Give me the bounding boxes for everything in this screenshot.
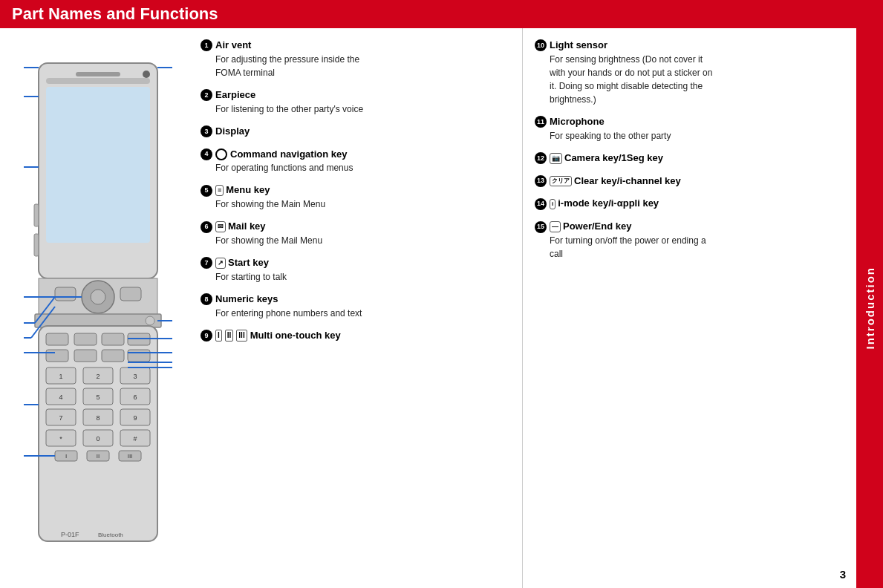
camera-icon: 📷 [550,153,562,164]
item-1-title: 1 Air vent [201,39,510,53]
nav-circle-icon [215,148,227,160]
item-14: 14 i i-mode key/i-αppli key [535,197,844,211]
item-9-title: 9 I II III Multi one-touch key [201,329,510,343]
svg-text:Bluetooth: Bluetooth [98,532,123,538]
item-1-body: For adjusting the pressure inside theFOM… [215,53,510,79]
item-3-num: 3 [201,125,212,137]
item-6: 6 ✉ Mail key For showing the Mail Menu [201,220,510,247]
item-13: 13 クリア Clear key/i-channel key [535,174,844,189]
item-8-body: For entering phone numbers and text [215,307,510,320]
item-5: 5 ≡ Menu key For showing the Main Menu [201,183,510,211]
mail-icon: ✉ [215,221,226,232]
item-8: 8 Numeric keys For entering phone number… [201,293,510,320]
item-11-title: 11 Microphone [535,115,844,129]
phone-area: 1 2 3 4 5 6 7 8 9 * 0 # [0,28,193,588]
item-14-title: 14 i i-mode key/i-αppli key [535,197,844,211]
item-15-title: 15 — Power/End key [535,220,844,234]
item-7-title: 7 ↗ Start key [201,256,510,270]
item-7: 7 ↗ Start key For starting to talk [201,256,510,284]
svg-rect-20 [128,350,150,362]
svg-rect-17 [46,350,68,362]
svg-rect-19 [102,350,124,362]
item-7-body: For starting to talk [215,270,510,284]
svg-rect-53 [34,204,39,226]
item-1-num: 1 [201,39,212,51]
svg-text:7: 7 [59,414,62,422]
descriptions-right: 10 Light sensor For sensing brightness (… [523,28,856,588]
descriptions-left: 1 Air vent For adjusting the pressure in… [193,28,523,588]
svg-point-3 [143,71,150,78]
page-number: 3 [840,568,846,581]
item-10-title: 10 Light sensor [535,39,844,53]
item-2-body: For listening to the other party's voice [215,102,510,116]
svg-text:5: 5 [96,393,100,401]
item-12: 12 📷 Camera key/1Seg key [535,151,844,166]
item-15-num: 15 [535,221,547,233]
item-3-title: 3 Display [201,125,510,139]
item-13-num: 13 [535,175,547,187]
svg-text:#: # [133,435,137,442]
item-10: 10 Light sensor For sensing brightness (… [535,39,844,106]
multi-III-icon: III [236,330,247,342]
svg-rect-18 [74,350,97,362]
start-icon: ↗ [215,258,226,269]
svg-rect-8 [55,287,76,301]
item-4-num: 4 [201,148,212,160]
item-4: 4 Command navigation key For operating f… [201,148,510,175]
item-8-num: 8 [201,293,212,305]
item-9: 9 I II III Multi one-touch key [201,329,510,343]
item-15: 15 — Power/End key For turning on/off th… [535,220,844,261]
svg-rect-2 [76,72,120,76]
item-10-body: For sensing brightness (Do not cover itw… [550,53,844,106]
item-2: 2 Earpiece For listening to the other pa… [201,88,510,116]
svg-point-7 [91,290,105,304]
svg-text:*: * [59,435,62,442]
svg-rect-54 [34,234,39,256]
svg-text:II: II [97,453,100,460]
imode-icon: i [550,199,555,209]
svg-rect-15 [102,333,124,345]
svg-point-11 [146,316,154,325]
svg-rect-13 [46,333,68,345]
main-content: 1 2 3 4 5 6 7 8 9 * 0 # [0,28,883,588]
multi-II-icon: II [225,330,234,342]
item-11-body: For speaking to the other party [550,129,844,143]
item-6-num: 6 [201,221,212,233]
item-1: 1 Air vent For adjusting the pressure in… [201,39,510,79]
item-5-num: 5 [201,185,212,197]
phone-diagram: 1 2 3 4 5 6 7 8 9 * 0 # [24,56,172,561]
item-12-title: 12 📷 Camera key/1Seg key [535,151,844,166]
svg-text:3: 3 [133,373,137,380]
svg-text:2: 2 [96,373,100,380]
item-7-num: 7 [201,257,212,269]
svg-text:0: 0 [96,435,100,442]
item-8-title: 8 Numeric keys [201,293,510,307]
item-6-body: For showing the Mail Menu [215,234,510,247]
svg-text:III: III [128,453,133,460]
item-6-title: 6 ✉ Mail key [201,220,510,234]
item-2-num: 2 [201,89,212,101]
header-title: Part Names and Functions [12,4,218,23]
item-2-title: 2 Earpiece [201,88,510,102]
item-10-num: 10 [535,39,547,51]
svg-text:4: 4 [59,393,62,401]
svg-text:1: 1 [59,373,62,380]
item-11: 11 Microphone For speaking to the other … [535,115,844,143]
item-5-title: 5 ≡ Menu key [201,183,510,197]
svg-text:9: 9 [133,414,137,422]
svg-rect-1 [46,78,150,84]
item-5-body: For showing the Main Menu [215,197,510,211]
svg-rect-14 [74,333,97,345]
svg-text:I: I [65,453,67,460]
item-4-body: For operating functions and menus [215,161,510,174]
svg-text:P-01F: P-01F [61,531,79,538]
page-header: Part Names and Functions [0,0,883,28]
menu-icon: ≡ [215,185,224,196]
item-15-body: For turning on/off the power or ending a… [550,234,844,261]
item-3: 3 Display [201,125,510,139]
svg-rect-4 [46,87,150,243]
item-9-num: 9 [201,330,212,342]
item-12-num: 12 [535,152,547,164]
item-13-title: 13 クリア Clear key/i-channel key [535,174,844,189]
item-14-num: 14 [535,198,547,210]
